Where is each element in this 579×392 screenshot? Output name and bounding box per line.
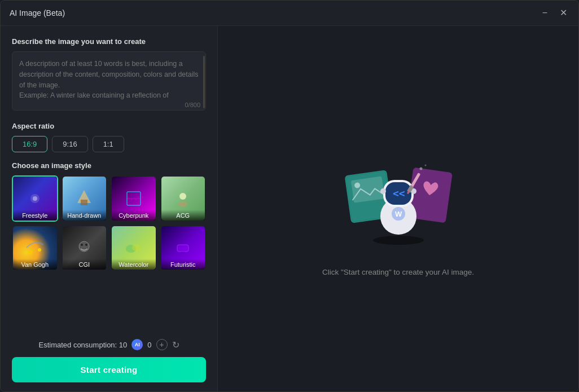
style-label-vangogh: Van Gogh <box>13 259 57 270</box>
robot-illustration: << W <box>331 142 466 254</box>
svg-rect-19 <box>350 176 384 202</box>
svg-rect-16 <box>181 252 185 254</box>
svg-point-1 <box>33 196 37 201</box>
svg-text:W: W <box>395 210 402 218</box>
style-label-watercolor: Watercolor <box>112 259 156 270</box>
style-label-cgi: CGI <box>63 259 107 270</box>
svg-point-7 <box>178 201 187 207</box>
style-item-handdrawn[interactable]: Hand-drawn <box>62 175 108 222</box>
refresh-icon[interactable]: ↻ <box>172 340 179 350</box>
aspect-ratio-label: Aspect ratio <box>12 122 206 130</box>
content-area: Describe the image you want to create 0/… <box>1 26 578 391</box>
credit-count: 0 <box>147 341 151 349</box>
add-credits-button[interactable]: + <box>156 339 168 350</box>
window-title: AI Image (Beta) <box>10 8 65 17</box>
style-label-acg: ACG <box>161 210 205 221</box>
style-item-watercolor[interactable]: Watercolor <box>111 225 157 271</box>
illustration-hint: Click "Start creating" to create your AI… <box>322 268 474 276</box>
style-item-futuristic[interactable]: Futuristic <box>160 225 207 271</box>
image-style-label: Choose an image style <box>12 161 206 170</box>
style-label-handdrawn: Hand-drawn <box>63 210 107 221</box>
aspect-btn-16-9[interactable]: 16:9 <box>12 136 47 152</box>
style-label-cyberpunk: Cyberpunk <box>112 210 156 221</box>
description-label: Describe the image you want to create <box>12 37 206 46</box>
svg-point-9 <box>38 248 41 252</box>
svg-point-34 <box>419 167 422 170</box>
close-button[interactable]: ✕ <box>558 7 569 19</box>
textarea-wrapper: 0/800 <box>12 51 206 113</box>
svg-point-22 <box>373 236 424 245</box>
svg-text:<<: << <box>393 187 405 199</box>
consumption-row: Estimated consumption: 10 AI 0 + ↻ <box>12 339 206 350</box>
aspect-btn-1-1[interactable]: 1:1 <box>93 136 124 152</box>
left-panel: Describe the image you want to create 0/… <box>1 26 218 391</box>
minimize-button[interactable]: − <box>540 7 550 19</box>
start-creating-button[interactable]: Start creating <box>12 357 206 382</box>
svg-point-6 <box>179 193 186 200</box>
aspect-buttons: 16:9 9:16 1:1 <box>12 136 206 152</box>
window-controls: − ✕ <box>540 7 569 19</box>
bottom-area: Estimated consumption: 10 AI 0 + ↻ Start… <box>12 332 206 382</box>
title-bar: AI Image (Beta) − ✕ <box>1 1 578 26</box>
style-label-freestyle: Freestyle <box>13 210 57 221</box>
char-count: 0/800 <box>185 102 200 108</box>
app-window: AI Image (Beta) − ✕ Describe the image y… <box>0 0 579 392</box>
svg-point-12 <box>85 244 87 246</box>
svg-point-14 <box>132 244 141 251</box>
ai-badge: AI <box>131 339 143 350</box>
svg-point-8 <box>28 250 33 254</box>
aspect-ratio-section: Aspect ratio 16:9 9:16 1:1 <box>12 122 206 152</box>
aspect-btn-9-16[interactable]: 9:16 <box>52 136 87 152</box>
style-item-cgi[interactable]: CGI <box>62 225 108 271</box>
svg-point-35 <box>424 164 426 166</box>
svg-point-27 <box>380 188 386 194</box>
style-item-cyberpunk[interactable]: Cyberpunk <box>111 175 157 222</box>
scrollbar-indicator <box>203 56 205 108</box>
svg-point-11 <box>81 244 83 246</box>
consumption-label: Estimated consumption: 10 <box>38 341 127 349</box>
description-input[interactable] <box>12 51 206 111</box>
svg-rect-15 <box>177 245 188 252</box>
style-label-futuristic: Futuristic <box>161 259 205 270</box>
right-panel: << W <box>218 26 578 391</box>
style-item-acg[interactable]: ACG <box>160 175 207 222</box>
style-item-vangogh[interactable]: Van Gogh <box>12 225 58 271</box>
style-grid: Freestyle Hand-drawn <box>12 175 206 271</box>
style-item-freestyle[interactable]: Freestyle <box>12 175 58 222</box>
svg-rect-3 <box>81 200 87 205</box>
image-style-section: Choose an image style Freestyle <box>12 161 206 271</box>
